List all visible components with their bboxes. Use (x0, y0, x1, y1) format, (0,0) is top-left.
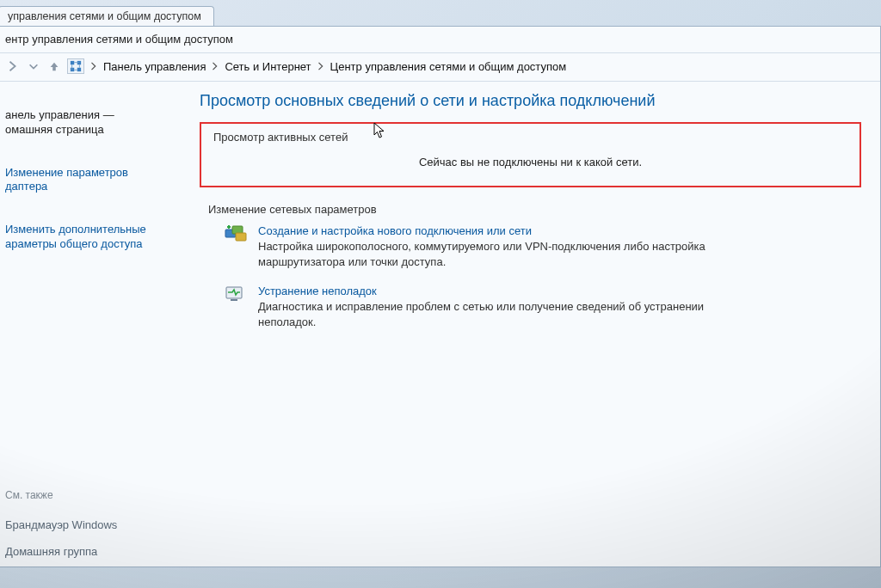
breadcrumb-item-network-center[interactable]: Центр управления сетями и общим доступом (330, 60, 567, 73)
window-tab-label: управления сетями и общим доступом (8, 10, 201, 22)
sidebar-link-homegroup[interactable]: Домашняя группа (5, 545, 173, 558)
sidebar-spacer (5, 266, 173, 475)
breadcrumb-item-network-internet[interactable]: Сеть и Интернет (225, 60, 311, 73)
svg-rect-0 (71, 61, 74, 64)
sidebar-item-label: Изменение параметров даптера (5, 166, 128, 193)
troubleshoot-icon (224, 285, 248, 305)
sidebar-footer-label: Домашняя группа (5, 545, 97, 558)
control-panel-window: ентр управления сетями и общим доступом … (0, 26, 881, 567)
sidebar-home-label: анель управления — омашняя страница (5, 108, 114, 136)
window-tab[interactable]: управления сетями и общим доступом (0, 6, 214, 26)
sidebar-link-windows-firewall[interactable]: Брандмауэр Windows (5, 518, 173, 531)
option-troubleshoot-link[interactable]: Устранение неполадок (258, 285, 861, 297)
address-bar: Панель управления Сеть и Интернет Центр … (0, 53, 880, 82)
option-troubleshoot-desc: Диагностика и исправление проблем с сеть… (258, 299, 740, 329)
active-networks-box: Просмотр активных сетей Сейчас вы не под… (200, 122, 861, 187)
window-title: ентр управления сетями и общим доступом (5, 33, 233, 46)
svg-rect-6 (236, 233, 246, 241)
no-network-message: Сейчас вы не подключены ни к какой сети. (213, 150, 847, 170)
breadcrumb-item-control-panel[interactable]: Панель управления (103, 60, 206, 73)
page-title: Просмотр основных сведений о сети и наст… (200, 92, 861, 110)
option-new-connection: Создание и настройка нового подключения … (224, 224, 861, 269)
main-content: Просмотр основных сведений о сети и наст… (182, 82, 880, 567)
active-networks-caption: Просмотр активных сетей (213, 131, 847, 144)
option-new-connection-desc: Настройка широкополосного, коммутируемог… (258, 239, 740, 269)
svg-rect-8 (231, 299, 237, 301)
chevron-right-icon (89, 60, 98, 72)
recent-locations-button[interactable] (26, 58, 41, 74)
forward-button[interactable] (5, 58, 21, 74)
sidebar-item-label: Изменить дополнительные араметры общего … (5, 223, 146, 250)
window-title-bar: ентр управления сетями и общим доступом (0, 27, 880, 53)
window-body: анель управления — омашняя страница Изме… (0, 82, 880, 567)
up-button[interactable] (46, 58, 62, 74)
network-center-icon (67, 58, 84, 74)
new-connection-icon (224, 224, 248, 245)
option-troubleshoot: Устранение неполадок Диагностика и испра… (224, 285, 861, 329)
sidebar-footer-label: Брандмауэр Windows (5, 518, 117, 531)
window-tab-bar: управления сетями и общим доступом (0, 0, 881, 26)
option-new-connection-link[interactable]: Создание и настройка нового подключения … (258, 224, 861, 237)
sidebar-see-also-heading: См. также (5, 489, 173, 501)
chevron-right-icon (317, 60, 325, 72)
sidebar-item-adapter-settings[interactable]: Изменение параметров даптера (5, 151, 173, 195)
sidebar-home-link[interactable]: анель управления — омашняя страница (5, 94, 173, 138)
svg-rect-3 (77, 68, 81, 71)
change-settings-caption: Изменение сетевых параметров (208, 203, 861, 216)
sidebar-item-advanced-sharing[interactable]: Изменить дополнительные араметры общего … (5, 208, 173, 252)
sidebar: анель управления — омашняя страница Изме… (0, 82, 182, 567)
chevron-right-icon (211, 60, 219, 72)
